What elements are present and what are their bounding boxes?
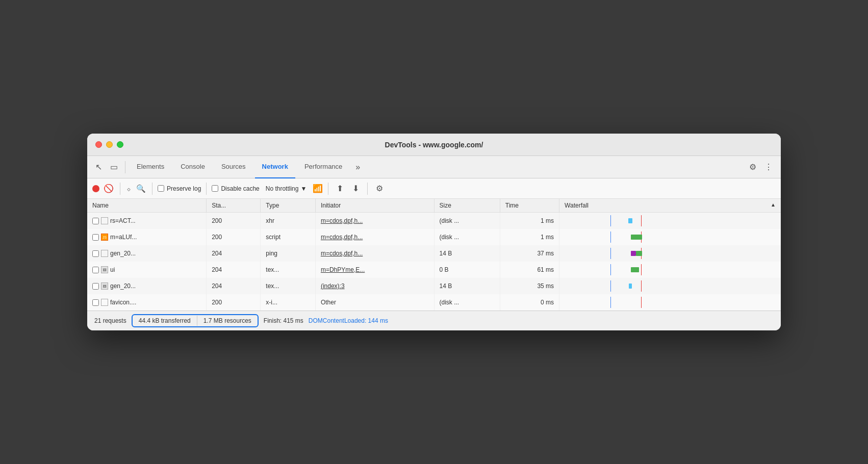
row-checkbox[interactable] xyxy=(92,218,99,224)
upload-button[interactable]: ⬆ xyxy=(334,182,346,195)
tab-performance[interactable]: Performance xyxy=(297,156,349,178)
transferred-size: 44.4 kB transferred xyxy=(133,315,197,326)
nt-divider-2 xyxy=(152,183,152,195)
cell-waterfall xyxy=(559,294,781,311)
table-row[interactable]: 🖼ui204tex...m=DhPYme,E...0 B61 ms xyxy=(87,262,781,278)
tab-console[interactable]: Console xyxy=(173,156,212,178)
nt-divider-4 xyxy=(328,183,328,195)
search-icon: 🔍 xyxy=(136,184,146,193)
cell-size: (disk ... xyxy=(434,294,500,311)
initiator-link[interactable]: m=DhPYme,E... xyxy=(321,266,365,273)
initiator-link[interactable]: m=cdos,dpf,h... xyxy=(321,250,363,257)
cell-initiator: m=cdos,dpf,h... xyxy=(315,245,434,262)
cell-time: 37 ms xyxy=(500,245,559,262)
col-header-type[interactable]: Type xyxy=(261,199,316,213)
cell-time: 0 ms xyxy=(500,294,559,311)
cell-size: (disk ... xyxy=(434,213,500,229)
cell-status: 200 xyxy=(207,213,261,229)
cell-status: 204 xyxy=(207,245,261,262)
col-header-name[interactable]: Name xyxy=(87,199,207,213)
tab-elements[interactable]: Elements xyxy=(130,156,171,178)
device-mode-button[interactable]: ▭ xyxy=(107,160,121,174)
network-settings-button[interactable]: ⚙ xyxy=(373,182,386,195)
search-button[interactable]: 🔍 xyxy=(135,183,147,194)
cell-type: tex... xyxy=(261,278,316,294)
settings-button[interactable]: ⚙ xyxy=(746,160,759,174)
window-title: DevTools - www.google.com/ xyxy=(385,141,483,149)
table-row[interactable]: JSm=aLUf...200scriptm=cdos,dpf,h...(disk… xyxy=(87,229,781,245)
empty-file-icon xyxy=(101,299,108,306)
toolbar-right: ⚙ ⋮ xyxy=(746,160,776,174)
tab-network[interactable]: Network xyxy=(255,156,295,178)
img-file-icon: 🖼 xyxy=(101,266,108,273)
row-checkbox[interactable] xyxy=(92,299,99,306)
row-checkbox[interactable] xyxy=(92,283,99,290)
download-icon: ⬇ xyxy=(352,184,359,193)
cell-name: 🖼gen_20... xyxy=(87,278,207,294)
waterfall-blue-line xyxy=(610,215,611,226)
initiator-link[interactable]: (index):3 xyxy=(321,282,345,290)
table-row[interactable]: favicon....200x-i...Other(disk ...0 ms xyxy=(87,294,781,311)
resources-size: 1.7 MB resources xyxy=(197,315,258,326)
cell-time: 1 ms xyxy=(500,229,559,245)
close-button[interactable] xyxy=(95,141,102,148)
waterfall-red-line xyxy=(641,215,642,226)
row-checkbox[interactable] xyxy=(92,234,99,241)
cell-status: 204 xyxy=(207,278,261,294)
col-header-status[interactable]: Sta... xyxy=(207,199,261,213)
title-bar: DevTools - www.google.com/ xyxy=(87,134,781,156)
download-button[interactable]: ⬇ xyxy=(349,182,362,195)
table-row[interactable]: rs=ACT...200xhrm=cdos,dpf,h...(disk ...1… xyxy=(87,213,781,229)
status-bar: 21 requests 44.4 kB transferred 1.7 MB r… xyxy=(87,311,781,330)
preserve-log-checkbox[interactable] xyxy=(158,185,164,192)
disable-cache-label[interactable]: Disable cache xyxy=(212,185,259,192)
empty-file-icon xyxy=(101,217,108,224)
cell-status: 204 xyxy=(207,262,261,278)
col-header-waterfall[interactable]: Waterfall ▲ xyxy=(559,199,781,213)
waterfall-bar xyxy=(629,283,632,289)
clear-button[interactable]: 🚫 xyxy=(103,183,115,194)
cell-waterfall xyxy=(559,262,781,278)
dom-content-loaded: DOMContentLoaded: 144 ms xyxy=(309,317,388,324)
record-button[interactable] xyxy=(92,185,99,192)
inspect-element-button[interactable]: ↖ xyxy=(92,160,105,174)
tab-sources[interactable]: Sources xyxy=(214,156,253,178)
waterfall-blue-line xyxy=(610,248,611,259)
cell-name: gen_20... xyxy=(87,245,207,262)
nt-divider-3 xyxy=(206,183,207,195)
empty-file-icon xyxy=(101,250,108,257)
finish-time: Finish: 415 ms xyxy=(264,317,303,324)
initiator-link[interactable]: m=cdos,dpf,h... xyxy=(321,217,363,224)
waterfall-bar xyxy=(628,218,632,223)
cell-initiator: m=cdos,dpf,h... xyxy=(315,213,434,229)
throttle-dropdown[interactable]: No throttling ▼ xyxy=(263,184,310,193)
cell-waterfall xyxy=(559,245,781,262)
col-header-initiator[interactable]: Initiator xyxy=(315,199,434,213)
waterfall-red-line xyxy=(641,264,642,275)
more-options-button[interactable]: ⋮ xyxy=(761,160,776,174)
filter-button[interactable]: ⬦ xyxy=(125,183,132,194)
initiator-link[interactable]: m=cdos,dpf,h... xyxy=(321,234,363,241)
table-row[interactable]: 🖼gen_20...204tex...(index):314 B35 ms xyxy=(87,278,781,294)
minimize-button[interactable] xyxy=(106,141,113,148)
wifi-icon: 📶 xyxy=(313,184,323,193)
maximize-button[interactable] xyxy=(117,141,123,148)
table-row[interactable]: gen_20...204pingm=cdos,dpf,h...14 B37 ms xyxy=(87,245,781,262)
settings-icon: ⚙ xyxy=(376,184,383,193)
cell-type: ping xyxy=(261,245,316,262)
sort-icon: ▲ xyxy=(771,202,776,208)
cell-time: 35 ms xyxy=(500,278,559,294)
row-checkbox[interactable] xyxy=(92,250,99,257)
col-header-time[interactable]: Time xyxy=(500,199,559,213)
disable-cache-checkbox[interactable] xyxy=(212,185,218,192)
row-checkbox[interactable] xyxy=(92,267,99,273)
preserve-log-label[interactable]: Preserve log xyxy=(158,185,201,192)
waterfall-bar xyxy=(636,251,642,256)
cell-initiator: m=DhPYme,E... xyxy=(315,262,434,278)
col-header-size[interactable]: Size xyxy=(434,199,500,213)
cell-waterfall xyxy=(559,213,781,229)
cell-initiator: (index):3 xyxy=(315,278,434,294)
cell-name: rs=ACT... xyxy=(87,213,207,229)
waterfall-bar xyxy=(631,251,636,256)
more-tabs-button[interactable]: » xyxy=(351,163,364,172)
